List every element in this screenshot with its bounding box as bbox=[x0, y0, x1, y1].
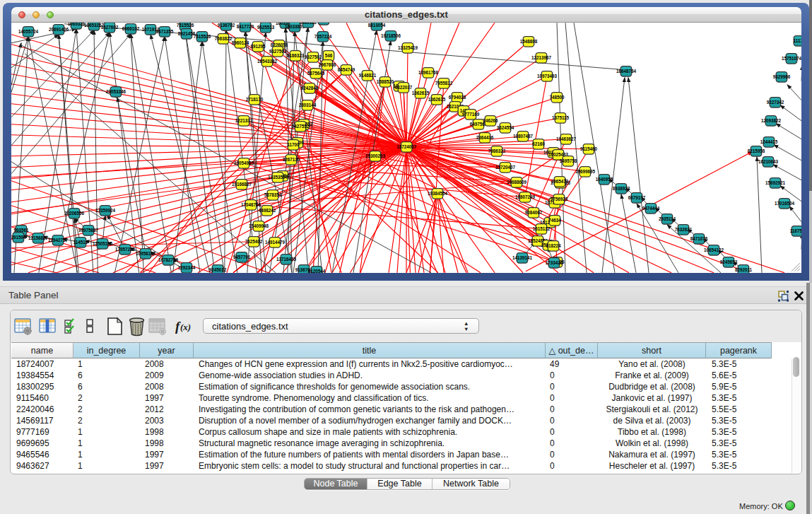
svg-text:16210643: 16210643 bbox=[758, 158, 779, 163]
svg-text:3267130: 3267130 bbox=[283, 156, 300, 161]
svg-text:13325419: 13325419 bbox=[398, 45, 418, 49]
svg-text:2803144: 2803144 bbox=[299, 102, 317, 107]
svg-text:9329966: 9329966 bbox=[773, 74, 791, 78]
svg-text:62160: 62160 bbox=[532, 141, 545, 146]
svg-text:1292344: 1292344 bbox=[178, 264, 196, 269]
svg-text:7986322: 7986322 bbox=[488, 148, 506, 153]
svg-text:8292011: 8292011 bbox=[735, 267, 753, 271]
svg-text:19054985: 19054985 bbox=[234, 160, 254, 165]
svg-text:1065326: 1065326 bbox=[68, 23, 86, 26]
svg-text:9327503: 9327503 bbox=[269, 48, 287, 53]
svg-text:9227342: 9227342 bbox=[767, 99, 784, 104]
svg-text:16543382: 16543382 bbox=[257, 58, 278, 63]
svg-text:15692921: 15692921 bbox=[765, 180, 786, 185]
svg-text:9084067: 9084067 bbox=[525, 209, 543, 214]
svg-text:20691406: 20691406 bbox=[49, 26, 69, 31]
svg-text:17016504: 17016504 bbox=[775, 200, 795, 205]
svg-text:74634: 74634 bbox=[548, 217, 561, 222]
svg-text:7515526: 7515526 bbox=[194, 33, 211, 38]
svg-text:1375115: 1375115 bbox=[552, 115, 570, 119]
svg-text:8471076: 8471076 bbox=[690, 235, 708, 240]
svg-text:19166827: 19166827 bbox=[232, 181, 252, 186]
svg-text:10973493: 10973493 bbox=[537, 73, 558, 78]
svg-text:9115460: 9115460 bbox=[580, 146, 598, 151]
svg-text:10654122: 10654122 bbox=[704, 247, 724, 252]
svg-text:10688609: 10688609 bbox=[507, 179, 527, 184]
svg-text:5878354: 5878354 bbox=[264, 192, 282, 197]
svg-text:2967608: 2967608 bbox=[319, 62, 336, 66]
svg-text:11700: 11700 bbox=[287, 141, 300, 146]
svg-text:6322037: 6322037 bbox=[395, 84, 413, 89]
svg-text:748500: 748500 bbox=[549, 94, 565, 99]
svg-text:18807249: 18807249 bbox=[515, 194, 536, 199]
svg-text:6966102: 6966102 bbox=[122, 25, 140, 30]
svg-text:17359924: 17359924 bbox=[95, 207, 116, 212]
svg-text:8813054: 8813054 bbox=[368, 23, 386, 28]
svg-text:1495758: 1495758 bbox=[560, 158, 577, 163]
svg-text:2935114: 2935114 bbox=[659, 216, 676, 221]
svg-text:10961768: 10961768 bbox=[418, 69, 439, 74]
svg-text:11175: 11175 bbox=[794, 37, 801, 42]
svg-text:8454749: 8454749 bbox=[338, 66, 355, 71]
svg-text:8938923: 8938923 bbox=[613, 185, 630, 190]
svg-text:1221331: 1221331 bbox=[235, 117, 253, 122]
svg-text:10807487: 10807487 bbox=[513, 133, 534, 138]
svg-text:2718170: 2718170 bbox=[246, 96, 264, 101]
svg-text:1615132: 1615132 bbox=[533, 226, 551, 230]
svg-text:12156827: 12156827 bbox=[28, 235, 49, 240]
svg-text:6794028: 6794028 bbox=[449, 94, 466, 99]
svg-text:9756928: 9756928 bbox=[551, 196, 568, 201]
svg-text:12213967: 12213967 bbox=[531, 54, 552, 59]
svg-text:114519: 114519 bbox=[73, 239, 88, 244]
svg-text:16648784: 16648784 bbox=[616, 68, 637, 73]
svg-text:18724007: 18724007 bbox=[396, 144, 417, 148]
svg-text:19699695: 19699695 bbox=[575, 168, 596, 173]
svg-text:2364436: 2364436 bbox=[476, 134, 494, 139]
svg-text:9146821: 9146821 bbox=[359, 72, 377, 77]
svg-text:25300203: 25300203 bbox=[365, 153, 386, 158]
svg-text:9327502: 9327502 bbox=[305, 54, 322, 59]
svg-text:1640955: 1640955 bbox=[596, 176, 613, 181]
svg-text:15751074: 15751074 bbox=[782, 55, 801, 60]
svg-text:1362615: 1362615 bbox=[428, 96, 446, 101]
svg-text:7625402: 7625402 bbox=[245, 238, 263, 243]
svg-text:1244415: 1244415 bbox=[760, 139, 778, 144]
svg-text:8215958: 8215958 bbox=[748, 148, 765, 153]
svg-text:1548808: 1548808 bbox=[520, 38, 538, 43]
svg-text:14914479: 14914479 bbox=[265, 239, 286, 244]
svg-text:9625513: 9625513 bbox=[257, 24, 275, 29]
svg-text:13716485: 13716485 bbox=[276, 256, 297, 261]
svg-text:1965473: 1965473 bbox=[551, 178, 569, 183]
svg-text:19463627: 19463627 bbox=[556, 136, 577, 141]
svg-text:9242848: 9242848 bbox=[301, 85, 319, 90]
svg-text:7357224: 7357224 bbox=[314, 33, 332, 38]
svg-text:16033809: 16033809 bbox=[285, 23, 305, 28]
svg-text:6679197: 6679197 bbox=[628, 194, 646, 199]
svg-text:116753: 116753 bbox=[790, 228, 801, 233]
svg-text:16782759: 16782759 bbox=[158, 257, 179, 262]
svg-text:8120544: 8120544 bbox=[308, 268, 326, 272]
svg-text:15409948: 15409948 bbox=[249, 223, 269, 228]
svg-text:9474444: 9474444 bbox=[642, 205, 660, 210]
svg-text:7515526: 7515526 bbox=[177, 23, 194, 28]
svg-text:8460112: 8460112 bbox=[300, 23, 317, 25]
svg-text:20206556: 20206556 bbox=[64, 210, 85, 215]
svg-text:9457791: 9457791 bbox=[233, 254, 251, 259]
svg-text:8417720: 8417720 bbox=[237, 23, 254, 28]
svg-text:10958167: 10958167 bbox=[136, 250, 156, 255]
svg-text:1671355: 1671355 bbox=[156, 28, 174, 33]
svg-text:1527602: 1527602 bbox=[101, 24, 119, 29]
svg-text:9245012: 9245012 bbox=[209, 267, 227, 271]
svg-text:993561: 993561 bbox=[13, 227, 29, 232]
svg-text:8186323: 8186323 bbox=[287, 52, 305, 57]
svg-text:1733426: 1733426 bbox=[546, 259, 563, 264]
svg-text:7632621: 7632621 bbox=[675, 226, 693, 231]
svg-text:(x): (x) bbox=[180, 322, 191, 332]
svg-text:746266: 746266 bbox=[483, 117, 498, 122]
svg-text:13353594: 13353594 bbox=[268, 174, 288, 179]
svg-text:19218506: 19218506 bbox=[381, 33, 401, 37]
svg-text:9245652: 9245652 bbox=[720, 259, 738, 264]
svg-text:391594: 391594 bbox=[11, 234, 26, 239]
svg-text:15720407: 15720407 bbox=[495, 164, 516, 169]
svg-text:9136702: 9136702 bbox=[218, 23, 235, 28]
